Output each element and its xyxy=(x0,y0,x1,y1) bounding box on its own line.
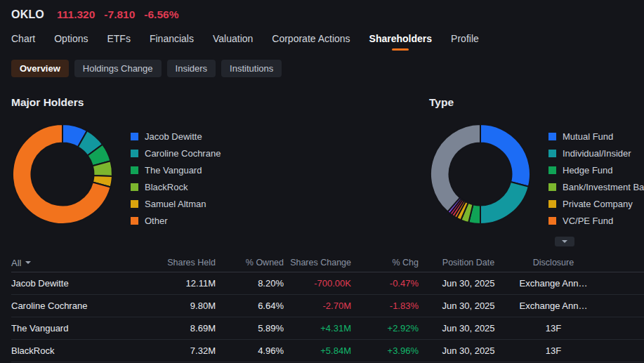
tab-options[interactable]: Options xyxy=(54,33,88,51)
holder-filter-label: All xyxy=(11,258,21,268)
legend-swatch xyxy=(548,150,556,157)
pct-chg: +3.96% xyxy=(351,345,419,356)
table-row[interactable]: The Vanguard8.69M5.89%+4.31M+2.92%Jun 30… xyxy=(11,317,644,340)
disclosure: Exchange Ann… xyxy=(518,301,589,311)
charts-row: Major Holders Jacob DewitteCaroline Coch… xyxy=(0,96,644,246)
disclosure: Exchange Ann… xyxy=(518,278,589,289)
app-root: OKLO 111.320 -7.810 -6.56% ChartOptionsE… xyxy=(0,0,644,362)
col-header-shares-change: Shares Change xyxy=(284,258,351,268)
legend-swatch xyxy=(131,183,138,191)
legend-swatch xyxy=(131,217,138,225)
shareholders-subnav: OverviewHoldings ChangeInsidersInstituti… xyxy=(0,60,644,77)
tab-valuation[interactable]: Valuation xyxy=(213,33,253,51)
tab-corporate-actions[interactable]: Corporate Actions xyxy=(272,33,350,51)
legend-swatch xyxy=(131,166,138,174)
legend-label: VC/PE Fund xyxy=(563,216,613,226)
shares-change: -2.70M xyxy=(284,301,351,311)
pct-chg: +2.92% xyxy=(351,323,419,334)
legend-item-individual-insider: Individual/Insider xyxy=(548,145,644,161)
legend-item-caroline-cochrane: Caroline Cochrane xyxy=(131,145,221,161)
shares-held: 8.69M xyxy=(162,323,216,334)
price-change-pct: -6.56% xyxy=(144,8,178,21)
tab-etfs[interactable]: ETFs xyxy=(107,33,130,51)
subtab-institutions[interactable]: Institutions xyxy=(221,60,282,77)
type-title: Type xyxy=(429,96,633,109)
holder-name: Jacob Dewitte xyxy=(11,278,162,289)
legend-label: Hedge Fund xyxy=(563,165,613,176)
shares-held: 7.32M xyxy=(162,345,216,356)
legend-swatch xyxy=(131,150,138,157)
holder-filter-dropdown[interactable]: All xyxy=(11,258,162,268)
pct-owned: 5.89% xyxy=(216,323,284,334)
chevron-down-icon xyxy=(562,240,567,243)
ticker-symbol: OKLO xyxy=(11,8,44,21)
col-header-position-date: Position Date xyxy=(419,258,518,268)
legend-item-samuel-altman: Samuel Altman xyxy=(131,195,221,212)
ticker-header: OKLO 111.320 -7.810 -6.56% xyxy=(0,0,644,21)
shares-change: +5.84M xyxy=(284,345,351,356)
table-header-row: All Shares Held % Owned Shares Change % … xyxy=(11,253,644,272)
legend-item-jacob-dewitte: Jacob Dewitte xyxy=(131,128,221,145)
major-holders-section: Major Holders Jacob DewitteCaroline Coch… xyxy=(11,96,429,246)
col-header-disclosure: Disclosure xyxy=(518,258,589,268)
major-holders-title: Major Holders xyxy=(11,96,429,109)
subtab-holdings-change[interactable]: Holdings Change xyxy=(74,60,162,77)
legend-item-vc-pe-fund: VC/PE Fund xyxy=(548,212,644,229)
legend-label: Mutual Fund xyxy=(563,131,613,142)
legend-item-other: Other xyxy=(131,212,221,229)
legend-expand-button[interactable] xyxy=(555,237,574,246)
legend-swatch xyxy=(548,166,556,174)
tab-shareholders[interactable]: Shareholders xyxy=(369,33,432,51)
caret-down-icon xyxy=(25,261,31,264)
pct-owned: 4.96% xyxy=(216,345,284,356)
main-nav: ChartOptionsETFsFinancialsValuationCorpo… xyxy=(0,33,644,51)
legend-label: Jacob Dewitte xyxy=(145,131,202,142)
type-section: Type Mutual FundIndividual/InsiderHedge … xyxy=(429,96,633,246)
legend-item-bank-investment-bank: Bank/Investment Bank xyxy=(548,178,644,195)
holder-name: BlackRock xyxy=(11,345,162,356)
tab-financials[interactable]: Financials xyxy=(150,33,194,51)
shares-held: 12.11M xyxy=(162,278,216,289)
position-date: Jun 30, 2025 xyxy=(419,345,518,356)
pct-owned: 6.64% xyxy=(216,301,284,311)
price-change: -7.810 xyxy=(104,8,135,21)
legend-swatch xyxy=(548,200,556,208)
major-holders-legend: Jacob DewitteCaroline CochraneThe Vangua… xyxy=(131,128,221,229)
legend-label: Bank/Investment Bank xyxy=(563,182,644,192)
tab-chart[interactable]: Chart xyxy=(11,33,35,51)
legend-swatch xyxy=(548,133,556,140)
subtab-insiders[interactable]: Insiders xyxy=(167,60,216,77)
donut-segment-individual-insider[interactable] xyxy=(480,182,529,224)
type-donut-chart xyxy=(429,123,532,225)
legend-item-private-company: Private Company xyxy=(548,195,644,212)
legend-item-hedge-fund: Hedge Fund xyxy=(548,161,644,178)
holders-table: All Shares Held % Owned Shares Change % … xyxy=(11,253,644,362)
legend-item-mutual-fund: Mutual Fund xyxy=(548,128,644,145)
disclosure: 13F xyxy=(518,323,589,334)
legend-label: BlackRock xyxy=(145,182,188,192)
legend-label: Samuel Altman xyxy=(145,199,206,209)
donut-segment-7b8494[interactable] xyxy=(431,124,480,212)
pct-chg: -1.83% xyxy=(351,301,419,311)
table-row[interactable]: Caroline Cochrane9.80M6.64%-2.70M-1.83%J… xyxy=(11,295,644,317)
donut-segment-mutual-fund[interactable] xyxy=(480,124,530,187)
shares-change: +4.31M xyxy=(284,323,351,334)
table-row[interactable]: BlackRock7.32M4.96%+5.84M+3.96%Jun 30, 2… xyxy=(11,340,644,362)
legend-swatch xyxy=(131,200,138,208)
col-header-shares-held: Shares Held xyxy=(162,258,216,268)
position-date: Jun 30, 2025 xyxy=(419,323,518,334)
subtab-overview[interactable]: Overview xyxy=(11,60,69,77)
last-price: 111.320 xyxy=(57,8,95,21)
legend-label: The Vanguard xyxy=(145,165,202,176)
legend-label: Caroline Cochrane xyxy=(145,148,221,159)
legend-item-blackrock: BlackRock xyxy=(131,178,221,195)
pct-chg: -0.47% xyxy=(351,278,419,289)
major-holders-donut-chart xyxy=(11,123,114,225)
tab-profile[interactable]: Profile xyxy=(451,33,479,51)
legend-label: Private Company xyxy=(563,199,633,209)
legend-swatch xyxy=(548,183,556,191)
table-row[interactable]: Jacob Dewitte12.11M8.20%-700.00K-0.47%Ju… xyxy=(11,272,644,295)
legend-item-the-vanguard: The Vanguard xyxy=(131,161,221,178)
type-legend: Mutual FundIndividual/InsiderHedge FundB… xyxy=(548,128,644,229)
legend-swatch xyxy=(131,133,138,140)
